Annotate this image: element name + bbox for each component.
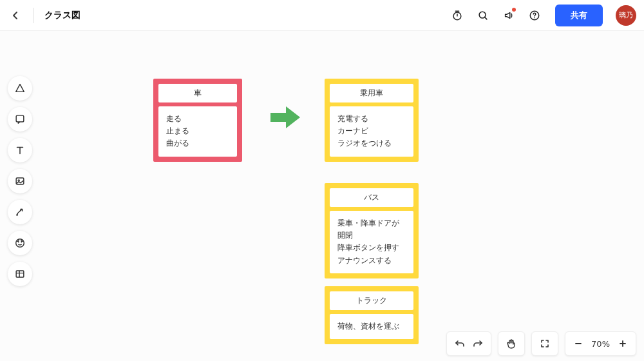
zoom-level: 70% [591,339,610,349]
text-tool[interactable] [8,138,32,162]
class-title[interactable]: バス [330,188,413,207]
class-title[interactable]: 乗用車 [330,84,413,102]
timer-icon[interactable] [447,5,468,26]
svg-point-6 [18,180,19,181]
header: クラス図 共有 璃乃 [0,0,644,31]
svg-rect-13 [16,271,24,277]
page-title: クラス図 [44,10,80,21]
undo-button[interactable] [451,335,469,353]
notification-dot [512,8,516,12]
connector-tool[interactable] [8,200,32,224]
stamp-tool[interactable] [8,231,32,255]
class-body[interactable]: 充電する カーナビ ラジオをつける [330,106,413,157]
fit-button[interactable] [536,335,554,353]
svg-rect-4 [16,115,24,122]
class-body[interactable]: 走る 止まる 曲がる [158,106,237,157]
bottom-bar: 70% [446,331,636,356]
back-button[interactable] [8,8,23,23]
svg-point-11 [17,240,19,242]
class-box[interactable]: 乗用車充電する カーナビ ラジオをつける [325,79,419,162]
image-tool[interactable] [8,169,32,193]
canvas[interactable]: 車走る 止まる 曲がる乗用車充電する カーナビ ラジオをつけるバス乗車・降車ドア… [0,31,644,361]
table-tool[interactable] [8,262,32,286]
redo-button[interactable] [469,335,487,353]
zoom-out-button[interactable] [569,335,587,353]
class-title[interactable]: 車 [158,84,237,102]
divider [33,8,34,23]
shape-tool[interactable] [8,76,32,101]
svg-point-7 [16,214,18,216]
svg-point-3 [534,17,535,18]
help-icon[interactable] [524,5,545,26]
svg-point-1 [479,12,486,18]
class-body[interactable]: 荷物、資材を運ぶ [330,314,413,339]
class-box[interactable]: バス乗車・降車ドアが開閉 降車ボタンを押す アナウンスする [325,183,419,278]
left-toolbar [8,76,32,286]
avatar[interactable]: 璃乃 [616,5,636,26]
share-button[interactable]: 共有 [555,5,603,26]
class-box[interactable]: 車走る 止まる 曲がる [153,79,242,162]
note-tool[interactable] [8,107,32,132]
search-icon[interactable] [473,5,493,26]
announcement-icon[interactable] [498,5,519,26]
class-body[interactable]: 乗車・降車ドアが開閉 降車ボタンを押す アナウンスする [330,211,413,273]
zoom-in-button[interactable] [614,335,632,353]
class-title[interactable]: トラック [330,291,413,310]
arrow-icon[interactable] [269,104,301,133]
class-box[interactable]: トラック荷物、資材を運ぶ [325,286,419,344]
pan-button[interactable] [502,335,520,353]
svg-point-12 [21,240,23,242]
